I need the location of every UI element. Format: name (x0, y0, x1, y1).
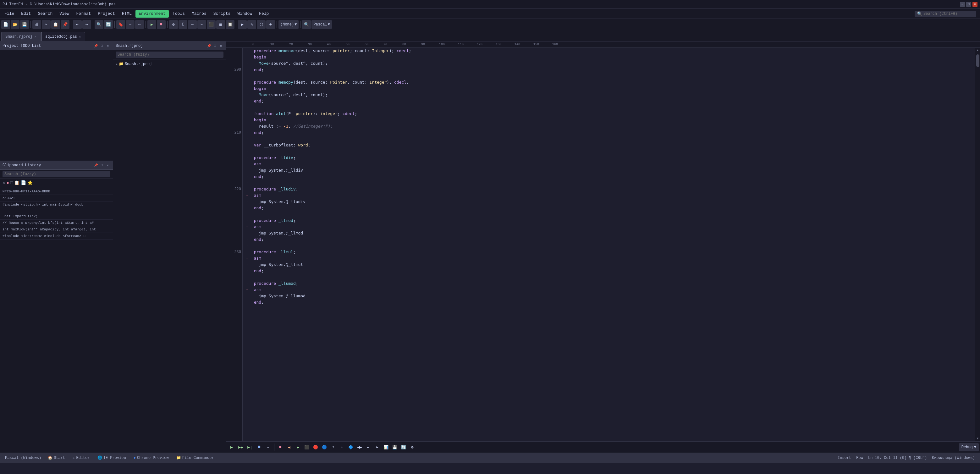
debug-icon-9[interactable]: 🔷 (347, 443, 355, 452)
tools-btn1[interactable]: ⚙ (169, 20, 178, 29)
clipboard-close-button[interactable]: ✕ (105, 163, 110, 168)
menu-search[interactable]: Search (35, 10, 56, 17)
status-tab-file-commander[interactable]: 📁 File Commander (173, 453, 218, 463)
code-editor[interactable]: · procedure memmove(dest, source: pointe… (243, 48, 975, 441)
tools-btn6[interactable]: ▦ (216, 20, 225, 29)
todo-close-button[interactable]: ✕ (105, 43, 110, 48)
tools-btn5[interactable]: ⬛ (207, 20, 216, 29)
run-button[interactable]: ▶ (147, 20, 156, 29)
tools-btn9[interactable]: ✎ (247, 20, 256, 29)
status-tab-editor[interactable]: ✏ Editor (69, 453, 93, 463)
debug-icon-15[interactable]: 🔄 (399, 443, 408, 452)
tools-btn4[interactable]: ✂ (197, 20, 206, 29)
clip-copy-icon[interactable]: □ (10, 180, 13, 185)
pascal-dropdown[interactable]: Pascal ▼ (312, 20, 332, 29)
clip-item-2[interactable]: #include <stdio.h> int main(void){ doub (0, 202, 113, 208)
clipboard-minimize-button[interactable]: □ (99, 163, 104, 168)
none-dropdown[interactable]: (None) ▼ (278, 20, 299, 29)
debug-run-cursor-icon[interactable]: ▶| (246, 443, 254, 452)
clip-delete-icon[interactable]: ✕ (3, 180, 5, 185)
debug-icon-2[interactable]: ◀ (285, 443, 293, 452)
open-button[interactable]: 📂 (11, 20, 19, 29)
menu-view[interactable]: View (56, 10, 72, 17)
status-tab-home[interactable]: 🏠 Start (44, 453, 69, 463)
clip-item-5[interactable]: // Поиск в ширину/int bfs(int aStart, in… (0, 220, 113, 226)
debug-icon-5[interactable]: 🔴 (312, 443, 320, 452)
clipboard-pin-button[interactable]: 📌 (93, 163, 99, 168)
debug-run-icon[interactable]: ▶ (228, 443, 236, 452)
clip-paste-icon[interactable]: 📋 (14, 180, 19, 185)
debug-edit-icon[interactable]: ✏ (264, 443, 272, 452)
clip-item-7[interactable]: #include <iostream> #include <fstream> u (0, 233, 113, 240)
debug-icon-8[interactable]: ⬇ (338, 443, 346, 452)
tools-btn3[interactable]: — (188, 20, 197, 29)
menu-environment[interactable]: Environment (135, 10, 169, 17)
debug-icon-16[interactable]: ⚙ (408, 443, 417, 452)
tree-search-input[interactable] (116, 52, 223, 58)
menu-edit[interactable]: Edit (18, 10, 34, 17)
scroll-up-arrow[interactable]: ▲ (975, 48, 979, 53)
cut-button[interactable]: ✂ (42, 20, 51, 29)
debug-icon-13[interactable]: 📊 (382, 443, 390, 452)
tab-sqlite3obj[interactable]: sqlite3obj.pas ✕ (41, 32, 85, 41)
close-button[interactable]: ✕ (972, 2, 977, 7)
tools-btn10[interactable]: ⬡ (257, 20, 266, 29)
undo-button[interactable]: ↩ (73, 20, 82, 29)
menu-window[interactable]: Window (234, 10, 255, 17)
print-button[interactable]: 🖨 (32, 20, 41, 29)
tab-sqlite3-close[interactable]: ✕ (79, 35, 81, 39)
minimize-button[interactable]: ─ (960, 2, 965, 7)
todo-pin-button[interactable]: 📌 (93, 43, 99, 48)
replace-button[interactable]: 🔄 (104, 20, 113, 29)
debug-icon-7[interactable]: ⬆ (329, 443, 337, 452)
tree-item-smash[interactable]: ▶ 📁 Smash.rjproj (116, 60, 223, 67)
debug-icon-6[interactable]: 🔵 (320, 443, 328, 452)
scroll-thumb[interactable] (976, 54, 979, 67)
menu-html[interactable]: HTML (119, 10, 135, 17)
tools-btn7[interactable]: 🔲 (226, 20, 234, 29)
debug-icon-1[interactable]: ■ (276, 443, 285, 452)
debug-icon-3[interactable]: ▶ (294, 443, 302, 452)
clip-star-icon[interactable]: ⭐ (27, 180, 33, 185)
menu-help[interactable]: Help (256, 10, 272, 17)
stop-button[interactable]: ■ (157, 20, 165, 29)
find-button[interactable]: 🔍 (95, 20, 103, 29)
tab-smash-close[interactable]: ✕ (34, 35, 37, 39)
menu-project[interactable]: Project (95, 10, 118, 17)
todo-minimize-button[interactable]: □ (99, 43, 104, 48)
clipboard-search-input[interactable] (3, 171, 110, 177)
debug-icon-12[interactable]: ↪ (373, 443, 381, 452)
outdent-button[interactable]: ← (135, 20, 144, 29)
clip-pin-icon[interactable]: ● (6, 180, 9, 185)
tree-close-button[interactable]: ✕ (218, 43, 223, 48)
paste-button[interactable]: 📌 (60, 20, 70, 29)
bookmark-button[interactable]: 🔖 (116, 20, 125, 29)
tools-btn12[interactable]: 🔍 (302, 20, 311, 29)
menu-file[interactable]: File (1, 10, 17, 17)
clip-item-6[interactable]: int maxFlow(int** aCapacity, int aTarget… (0, 226, 113, 233)
new-button[interactable]: 📄 (1, 20, 10, 29)
status-tab-chrome-preview[interactable]: ● Chrome Preview (130, 453, 173, 463)
global-search-input[interactable] (923, 12, 974, 16)
debug-icon-4[interactable]: ⬛ (303, 443, 311, 452)
menu-tools[interactable]: Tools (169, 10, 188, 17)
menu-macros[interactable]: Macros (189, 10, 210, 17)
clip-item-0[interactable]: MP20-888-MP11-AAA5-BBBB (0, 188, 113, 195)
debug-rec-icon[interactable]: ⏺ (255, 443, 263, 452)
tools-btn2[interactable]: Σ (178, 20, 187, 29)
debug-config-dropdown[interactable]: Debug ▼ (959, 443, 979, 452)
redo-button[interactable]: ↪ (82, 20, 91, 29)
tab-smash-rjproj[interactable]: Smash.rjproj ✕ (1, 32, 41, 41)
debug-icon-11[interactable]: ↩ (364, 443, 372, 452)
clip-item-3[interactable] (0, 208, 113, 213)
maximize-button[interactable]: □ (966, 2, 971, 7)
tree-minimize-button[interactable]: □ (212, 43, 218, 48)
status-tab-ie-preview[interactable]: 🌐 IE Preview (94, 453, 130, 463)
code-container[interactable]: 200 210 220 (226, 48, 980, 441)
save-button[interactable]: 💾 (20, 20, 29, 29)
menu-scripts[interactable]: Scripts (210, 10, 234, 17)
tools-btn8[interactable]: ▶ (238, 20, 247, 29)
indent-button[interactable]: → (126, 20, 135, 29)
clip-item-4[interactable]: unit ImportFile2; (0, 213, 113, 220)
debug-icon-10[interactable]: ◀▶ (355, 443, 364, 452)
